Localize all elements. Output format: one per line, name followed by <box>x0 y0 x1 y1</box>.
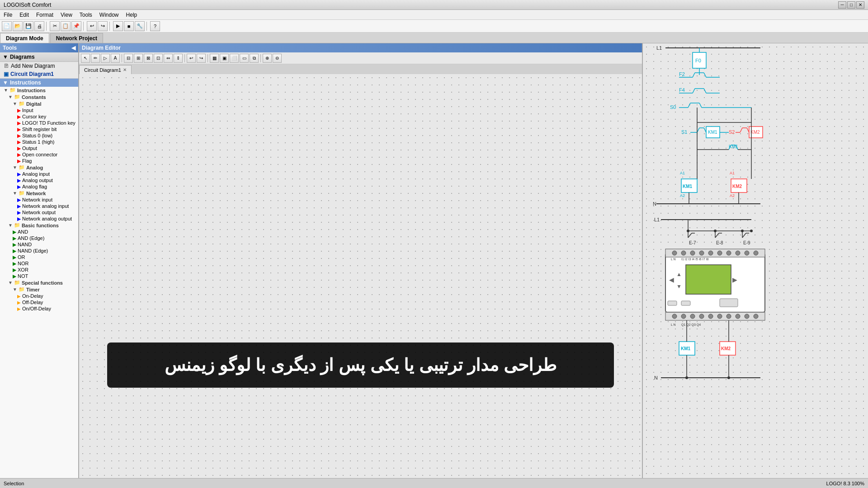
redo-btn[interactable]: ↪ <box>98 21 108 31</box>
paste-btn[interactable]: 📌 <box>71 21 81 31</box>
status1-item[interactable]: ▶ Status 1 (high) <box>0 139 78 145</box>
network-input-item[interactable]: ▶ Network input <box>0 197 78 203</box>
nav-left[interactable]: ◀ <box>669 276 674 283</box>
analog-flag-label: Analog flag <box>22 184 47 189</box>
logo-td-item[interactable]: ▶ LOGO! TD Function key <box>0 120 78 126</box>
not-item[interactable]: ▶ NOT <box>0 273 78 279</box>
network-folder[interactable]: ▼ 📁 Network <box>0 190 78 197</box>
cursor-key-item[interactable]: ▶ Cursor key <box>0 113 78 120</box>
instructions-section-toggle[interactable]: ▼ Instructions <box>0 79 78 87</box>
instructions-folder[interactable]: ▼ 📁 Instructions <box>0 87 78 94</box>
open-connector-item[interactable]: ▶ Open connector <box>0 151 78 158</box>
km2-a1-label: A1 <box>730 171 735 175</box>
on-off-delay-item[interactable]: ▶ On/Off-Delay <box>0 305 78 312</box>
analog-folder[interactable]: ▼ 📁 Analog <box>0 164 78 171</box>
menu-format[interactable]: Format <box>33 10 57 19</box>
basic-functions-folder[interactable]: ▼ 📁 Basic functions <box>0 222 78 229</box>
collapse-icon[interactable]: ◀ <box>71 45 75 51</box>
menu-window[interactable]: Window <box>96 10 123 19</box>
off-delay-item[interactable]: ▶ Off-Delay <box>0 299 78 305</box>
xor-icon: ▶ <box>13 267 16 272</box>
special-functions-folder[interactable]: ▼ 📁 Special functions <box>0 279 78 286</box>
close-button[interactable]: ✕ <box>856 1 864 9</box>
output-item[interactable]: ▶ Output <box>0 145 78 151</box>
sim-btn[interactable]: ▷ <box>101 54 110 63</box>
new-btn[interactable]: 📄 <box>2 21 12 31</box>
network-analog-output-item[interactable]: ▶ Network analog output <box>0 216 78 222</box>
align-v[interactable]: ⊠ <box>144 54 153 63</box>
debug-btn[interactable]: 🔧 <box>135 21 145 31</box>
analog-flag-item[interactable]: ▶ Analog flag <box>0 183 78 190</box>
analog-output-item[interactable]: ▶ Analog output <box>0 177 78 183</box>
flag-item[interactable]: ▶ Flag <box>0 158 78 164</box>
nor-item[interactable]: ▶ NOR <box>0 260 78 267</box>
help-btn[interactable]: ? <box>150 21 160 31</box>
align-r[interactable]: ⊡ <box>154 54 163 63</box>
on-delay-item[interactable]: ▶ On-Delay <box>0 293 78 299</box>
nand-edge-item[interactable]: ▶ NAND (Edge) <box>0 248 78 254</box>
menu-tools[interactable]: Tools <box>76 10 96 19</box>
d-undo[interactable]: ↩ <box>187 54 196 63</box>
digital-folder[interactable]: ▼ 📁 Digital <box>0 100 78 107</box>
select-btn[interactable]: ↖ <box>81 54 90 63</box>
network-analog-input-item[interactable]: ▶ Network analog input <box>0 203 78 209</box>
analog-input-item[interactable]: ▶ Analog input <box>0 171 78 177</box>
draw-btn[interactable]: ✏ <box>91 54 100 63</box>
network-project-tab[interactable]: Network Project <box>50 33 103 43</box>
add-diagram-item[interactable]: 🖹 Add New Diagram <box>0 62 78 70</box>
menu-edit[interactable]: Edit <box>16 10 33 19</box>
menu-file[interactable]: File <box>0 10 16 19</box>
canvas-area[interactable]: طراحی مدار ترتیبی یا یکی پس از دیگری با … <box>79 74 642 478</box>
status0-item[interactable]: ▶ Status 0 (low) <box>0 132 78 139</box>
svg-line-15 <box>688 103 690 108</box>
n-label: N <box>653 201 656 206</box>
save-btn[interactable]: 💾 <box>24 21 33 31</box>
network-label: Network <box>26 191 46 196</box>
and-edge-item[interactable]: ▶ AND (Edge) <box>0 235 78 241</box>
timer-folder[interactable]: ▼ 📁 Timer <box>0 286 78 293</box>
split-v[interactable]: ▭ <box>240 54 249 63</box>
zoom-out[interactable]: ⊖ <box>273 54 282 63</box>
align-left[interactable]: ⊟ <box>124 54 133 63</box>
circuit-diagram-label: Circuit Diagram1 <box>10 71 54 77</box>
snap-btn[interactable]: ▣ <box>220 54 229 63</box>
and-item[interactable]: ▶ AND <box>0 229 78 235</box>
cut-btn[interactable]: ✂ <box>50 21 60 31</box>
menu-help[interactable]: Help <box>123 10 141 19</box>
split-both[interactable]: ⧉ <box>250 54 259 63</box>
circuit-diagram-tab[interactable]: Circuit Diagram1 ✕ <box>79 65 132 74</box>
undo-btn[interactable]: ↩ <box>87 21 97 31</box>
open-btn[interactable]: 📂 <box>13 21 23 31</box>
text-btn[interactable]: A <box>111 54 120 63</box>
align-center[interactable]: ⊞ <box>134 54 143 63</box>
restore-button[interactable]: □ <box>847 1 855 9</box>
nav-up[interactable]: ▲ <box>676 271 682 277</box>
tab-close-btn[interactable]: ✕ <box>123 67 127 72</box>
xor-item[interactable]: ▶ XOR <box>0 267 78 273</box>
nav-down[interactable]: ▼ <box>676 283 682 290</box>
network-output-item[interactable]: ▶ Network output <box>0 209 78 216</box>
minimize-button[interactable]: ─ <box>838 1 846 9</box>
dist-h[interactable]: ⇔ <box>164 54 173 63</box>
input-item[interactable]: ▶ Input <box>0 107 78 113</box>
grid-btn[interactable]: ▦ <box>210 54 219 63</box>
transfer-btn[interactable]: ▶ <box>113 21 123 31</box>
circuit-diagram-item[interactable]: ▣ Circuit Diagram1 <box>0 70 78 78</box>
d-redo[interactable]: ↪ <box>197 54 206 63</box>
copy-btn[interactable]: 📋 <box>61 21 71 31</box>
status-left: Selection <box>4 481 24 486</box>
diagrams-collapse: ▼ <box>3 54 8 60</box>
diagram-mode-tab[interactable]: Diagram Mode <box>0 33 49 43</box>
split-h[interactable]: ⬜ <box>230 54 239 63</box>
shift-reg-item[interactable]: ▶ Shift register bit <box>0 126 78 132</box>
print-btn[interactable]: 🖨 <box>34 21 44 31</box>
constants-folder[interactable]: ▼ 📁 Constants <box>0 94 78 100</box>
or-item[interactable]: ▶ OR <box>0 254 78 260</box>
zoom-in[interactable]: ⊕ <box>263 54 272 63</box>
nav-right[interactable]: ▶ <box>732 276 737 283</box>
menu-view[interactable]: View <box>57 10 76 19</box>
diagrams-header[interactable]: ▼ Diagrams <box>0 52 78 62</box>
dist-v[interactable]: ⇕ <box>174 54 183 63</box>
stop-btn[interactable]: ■ <box>124 21 134 31</box>
nand-item[interactable]: ▶ NAND <box>0 241 78 248</box>
